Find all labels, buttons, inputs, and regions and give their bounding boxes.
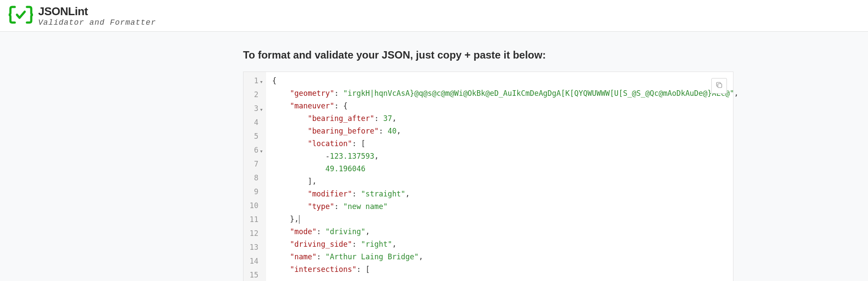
token-punct: : xyxy=(352,240,361,248)
line-number: 15▼ xyxy=(250,269,263,281)
token-punct: : xyxy=(316,252,325,261)
code-line[interactable]: "location": [ xyxy=(272,137,739,150)
token-punct: : xyxy=(334,202,343,211)
brand-subtitle: Validator and Formatter xyxy=(38,18,156,27)
line-number: 4▼ xyxy=(250,116,263,130)
token-punct: , xyxy=(419,252,423,261)
instruction-text: To format and validate your JSON, just c… xyxy=(243,49,733,61)
brand-text: JSONLint Validator and Formatter xyxy=(38,5,156,27)
text-cursor xyxy=(299,215,299,224)
line-number: 14▼ xyxy=(250,255,263,269)
line-number: 12▼ xyxy=(250,227,263,241)
line-number: 7▼ xyxy=(250,158,263,172)
line-number: 6▼ xyxy=(250,144,263,158)
line-number: 10▼ xyxy=(250,199,263,213)
token-punct: - xyxy=(326,152,330,160)
line-gutter: 1▼2▼3▼4▼5▼6▼7▼8▼9▼10▼11▼12▼13▼14▼15▼16▼ xyxy=(243,72,266,281)
token-key: "type" xyxy=(308,202,334,211)
token-punct: , xyxy=(405,190,410,198)
token-plain xyxy=(272,177,308,186)
code-line[interactable]: "modifier": "straight", xyxy=(272,188,739,200)
token-key: "intersections" xyxy=(290,265,357,274)
code-line[interactable]: "mode": "driving", xyxy=(272,225,739,238)
code-area[interactable]: { "geometry": "irgkH|hqnVcAsA}@q@s@c@m@W… xyxy=(266,72,745,281)
token-plain xyxy=(272,101,290,110)
code-line[interactable]: -123.137593, xyxy=(272,150,739,163)
token-plain xyxy=(272,114,308,123)
token-key: "maneuver" xyxy=(290,101,334,110)
fold-marker-icon[interactable]: ▼ xyxy=(260,80,263,84)
line-number: 13▼ xyxy=(250,241,263,255)
app-header: JSONLint Validator and Formatter xyxy=(0,0,868,32)
token-punct: : xyxy=(352,190,361,198)
main-container: To format and validate your JSON, just c… xyxy=(108,32,760,281)
token-plain xyxy=(272,152,326,160)
code-line[interactable]: "intersections": [ xyxy=(272,263,739,276)
line-number: 5▼ xyxy=(250,130,263,144)
token-plain xyxy=(272,265,290,274)
token-string: "Arthur Laing Bridge" xyxy=(326,252,419,261)
token-string: "right" xyxy=(361,240,392,248)
line-number: 8▼ xyxy=(250,172,263,186)
code-line[interactable]: }, xyxy=(272,213,739,225)
token-punct: : xyxy=(334,89,343,98)
json-editor[interactable]: 1▼2▼3▼4▼5▼6▼7▼8▼9▼10▼11▼12▼13▼14▼15▼16▼ … xyxy=(243,72,733,281)
line-number: 3▼ xyxy=(250,102,263,116)
copy-icon xyxy=(715,81,723,91)
code-line[interactable]: 49.196046 xyxy=(272,163,739,175)
token-number: 123.137593 xyxy=(330,152,374,160)
token-punct: , xyxy=(392,114,396,123)
token-number: 37 xyxy=(383,114,392,123)
token-punct: , xyxy=(734,89,738,98)
copy-button[interactable] xyxy=(711,78,727,94)
token-punct: : xyxy=(374,114,383,123)
token-punct: , xyxy=(374,152,378,160)
token-plain xyxy=(272,227,290,236)
token-plain xyxy=(272,89,290,98)
token-plain xyxy=(272,139,308,148)
token-plain xyxy=(272,252,290,261)
token-key: "bearing_after" xyxy=(308,114,375,123)
token-punct: { xyxy=(272,76,276,85)
token-string: "straight" xyxy=(361,190,405,198)
code-line[interactable]: "name": "Arthur Laing Bridge", xyxy=(272,251,739,263)
code-line[interactable]: { xyxy=(272,75,739,87)
fold-marker-icon[interactable]: ▼ xyxy=(260,149,263,154)
token-plain xyxy=(272,202,308,211)
token-plain xyxy=(272,240,290,248)
token-key: "name" xyxy=(290,252,316,261)
line-number: 9▼ xyxy=(250,186,263,199)
code-line[interactable]: "type": "new name" xyxy=(272,200,739,213)
token-punct: : xyxy=(316,227,325,236)
token-number: 40 xyxy=(388,127,396,135)
code-line[interactable]: "geometry": "irgkH|hqnVcAsA}@q@s@c@m@Wi@… xyxy=(272,87,739,100)
token-punct: , xyxy=(392,240,396,248)
token-key: "mode" xyxy=(290,227,316,236)
token-plain xyxy=(272,215,290,223)
token-number: 49.196046 xyxy=(326,164,365,173)
token-key: "geometry" xyxy=(290,89,334,98)
svg-rect-0 xyxy=(718,84,722,88)
fold-marker-icon[interactable]: ▼ xyxy=(260,108,263,112)
line-number: 2▼ xyxy=(250,88,263,102)
line-number: 1▼ xyxy=(250,75,263,88)
token-punct: : xyxy=(379,127,388,135)
token-punct: , xyxy=(365,227,370,236)
token-string: "new name" xyxy=(343,202,388,211)
token-punct: }, xyxy=(290,215,299,223)
code-line[interactable]: "bearing_before": 40, xyxy=(272,125,739,137)
line-number: 11▼ xyxy=(250,213,263,227)
token-punct: : [ xyxy=(352,139,365,148)
token-punct: : [ xyxy=(356,265,370,274)
token-key: "modifier" xyxy=(308,190,352,198)
code-line[interactable]: "maneuver": { xyxy=(272,100,739,112)
logo-icon xyxy=(9,4,33,27)
code-line[interactable]: ], xyxy=(272,175,739,188)
token-plain xyxy=(272,190,308,198)
code-line[interactable]: "driving_side": "right", xyxy=(272,238,739,251)
brand-title: JSONLint xyxy=(38,5,156,18)
token-key: "location" xyxy=(308,139,352,148)
code-line[interactable]: "bearing_after": 37, xyxy=(272,112,739,125)
token-punct: : { xyxy=(334,101,348,110)
token-key: "bearing_before" xyxy=(308,127,379,135)
